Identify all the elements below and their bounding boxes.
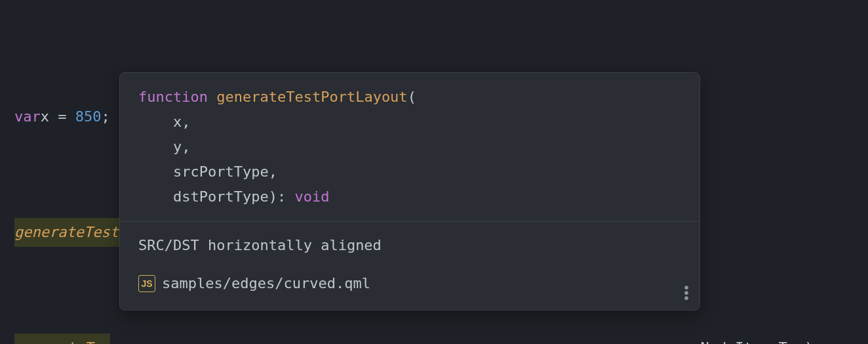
punct: , [182, 139, 190, 155]
keyword: var [14, 102, 41, 131]
param: y [173, 139, 182, 155]
number: 850 [75, 102, 102, 131]
punct: , [269, 163, 277, 180]
punct: , [182, 114, 190, 130]
function-name: generateTestPortLayout [216, 89, 407, 105]
keyword: function [138, 89, 208, 105]
source-path: samples/edges/curved.qml [162, 269, 370, 298]
identifier: x [41, 102, 49, 131]
documentation-popup[interactable]: function generateTestPortLayout( x, y, s… [119, 72, 700, 311]
signature-block: function generateTestPortLayout( x, y, s… [120, 73, 700, 221]
return-type: void [294, 188, 329, 205]
punct: ; [102, 102, 119, 131]
code-line: generateTesxxxxxxxxxxxxxxxxxxxxxxxxxxxxx… [14, 333, 868, 344]
doc-text: SRC/DST horizontally aligned [120, 222, 700, 263]
param: x [173, 114, 182, 130]
param: dstPortType [173, 188, 269, 205]
more-options-icon[interactable]: ••• [682, 285, 690, 301]
param: srcPortType [173, 163, 269, 180]
operator: = [49, 102, 75, 131]
js-file-icon: JS [138, 275, 155, 292]
source-link[interactable]: JS samples/edges/curved.qml [120, 263, 700, 310]
punct: ( [408, 89, 416, 105]
punct: ): [269, 188, 286, 205]
trailing-text: .NodeItem.Top); [692, 333, 822, 344]
function-call[interactable]: generateTes [14, 333, 110, 344]
